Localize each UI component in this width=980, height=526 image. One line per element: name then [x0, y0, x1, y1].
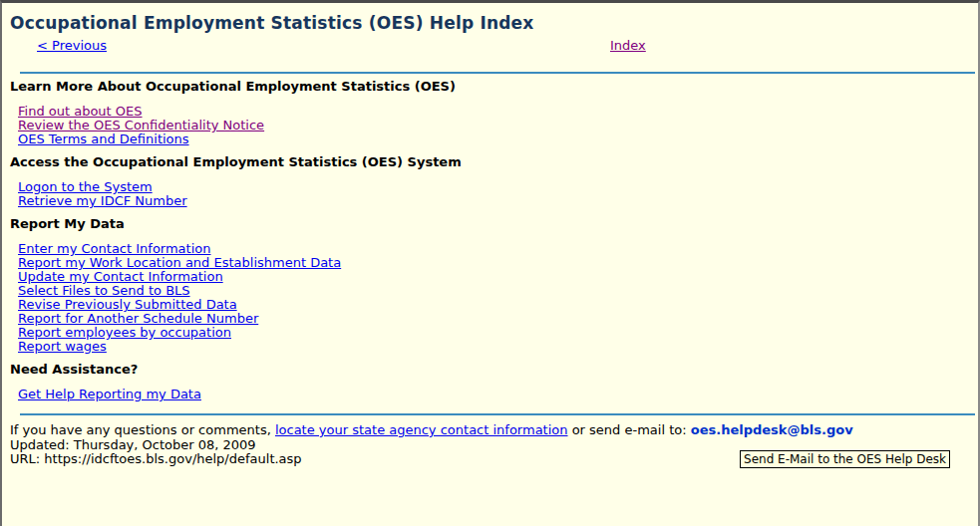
enter-contact-info-link[interactable]: Enter my Contact Information: [18, 242, 210, 256]
footer-divider: [20, 413, 975, 415]
section-heading: Access the Occupational Employment Stati…: [10, 154, 978, 169]
report-work-location-link[interactable]: Report my Work Location and Establishmen…: [18, 256, 341, 270]
section-heading: Report My Data: [10, 216, 978, 231]
get-help-reporting-link[interactable]: Get Help Reporting my Data: [18, 388, 201, 401]
section-learn-more: Learn More About Occupational Employment…: [2, 79, 978, 145]
retrieve-idcf-link[interactable]: Retrieve my IDCF Number: [18, 194, 187, 208]
section-links: Get Help Reporting my Data: [18, 387, 978, 400]
find-out-about-oes-link[interactable]: Find out about OES: [18, 105, 143, 119]
footer-text: If you have any questions or comments,: [10, 422, 275, 437]
update-contact-info-link[interactable]: Update my Contact Information: [18, 270, 223, 284]
section-need-assistance: Need Assistance? Get Help Reporting my D…: [2, 362, 978, 400]
section-links: Logon to the System Retrieve my IDCF Num…: [18, 179, 978, 207]
section-heading: Need Assistance?: [10, 362, 978, 377]
helpdesk-email-link[interactable]: oes.helpdesk@bls.gov: [691, 422, 853, 437]
select-files-link[interactable]: Select Files to Send to BLS: [18, 284, 190, 298]
section-access-system: Access the Occupational Employment Stati…: [2, 154, 978, 207]
footer-contact-line: If you have any questions or comments, l…: [10, 423, 978, 438]
oes-help-index-page: Occupational Employment Statistics (OES)…: [0, 0, 980, 526]
confidentiality-notice-link[interactable]: Review the OES Confidentiality Notice: [18, 119, 264, 132]
revise-submitted-data-link[interactable]: Revise Previously Submitted Data: [18, 298, 237, 312]
section-links: Enter my Contact Information Report my W…: [18, 241, 978, 353]
section-links: Find out about OES Review the OES Confid…: [18, 104, 978, 145]
logon-link[interactable]: Logon to the System: [18, 180, 153, 194]
header-divider: [20, 72, 975, 74]
index-link[interactable]: Index: [610, 38, 646, 53]
page-title: Occupational Employment Statistics (OES)…: [10, 14, 978, 32]
terms-definitions-link[interactable]: OES Terms and Definitions: [18, 132, 189, 146]
previous-link[interactable]: < Previous: [37, 38, 107, 53]
section-report-my-data: Report My Data Enter my Contact Informat…: [2, 216, 978, 353]
header-nav: < Previous Index: [2, 38, 978, 53]
state-agency-contact-link[interactable]: locate your state agency contact informa…: [275, 422, 568, 437]
report-employees-link[interactable]: Report employees by occupation: [18, 326, 231, 340]
section-heading: Learn More About Occupational Employment…: [10, 79, 978, 94]
email-hover-tooltip: Send E-Mail to the OES Help Desk: [740, 450, 950, 468]
footer-text: or send e-mail to:: [568, 422, 691, 437]
another-schedule-number-link[interactable]: Report for Another Schedule Number: [18, 312, 258, 326]
report-wages-link[interactable]: Report wages: [18, 340, 107, 354]
